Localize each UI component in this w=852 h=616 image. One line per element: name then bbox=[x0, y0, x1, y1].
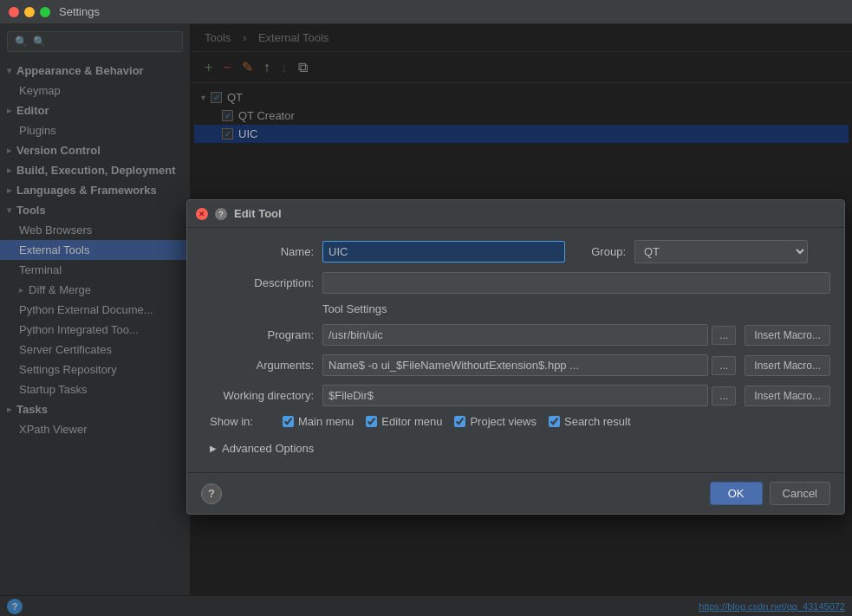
window-controls[interactable] bbox=[9, 7, 50, 17]
advanced-options-label: Advanced Options bbox=[222, 442, 314, 455]
show-project-views-text: Project views bbox=[470, 415, 537, 428]
show-project-views-checkbox[interactable] bbox=[454, 416, 465, 427]
advanced-options-row[interactable]: ▶ Advanced Options bbox=[201, 437, 830, 460]
working-dir-field: ... bbox=[322, 385, 736, 406]
maximize-button[interactable] bbox=[40, 7, 50, 17]
title-bar: Settings bbox=[0, 0, 852, 24]
show-editor-menu-label[interactable]: Editor menu bbox=[366, 415, 442, 428]
show-in-row: Show in: Main menu Editor menu Project v… bbox=[201, 415, 830, 428]
working-dir-label: Working directory: bbox=[201, 389, 314, 402]
window-title: Settings bbox=[59, 5, 100, 18]
description-row: Description: bbox=[201, 272, 830, 294]
description-input[interactable] bbox=[322, 272, 830, 294]
description-label: Description: bbox=[201, 276, 314, 289]
show-project-views-label[interactable]: Project views bbox=[454, 415, 537, 428]
program-dots-button[interactable]: ... bbox=[712, 326, 736, 345]
arguments-input[interactable] bbox=[322, 354, 708, 376]
insert-macro-2-button[interactable]: Insert Macro... bbox=[745, 355, 830, 376]
name-label: Name: bbox=[201, 245, 314, 258]
dialog-body: Name: Group: QT Description: Tool Settin… bbox=[187, 228, 844, 472]
show-editor-menu-checkbox[interactable] bbox=[366, 416, 377, 427]
working-dir-dots-button[interactable]: ... bbox=[712, 386, 736, 405]
show-search-result-label[interactable]: Search result bbox=[549, 415, 631, 428]
cancel-button[interactable]: Cancel bbox=[770, 482, 830, 505]
program-label: Program: bbox=[201, 328, 314, 341]
dialog-help-button[interactable]: ? bbox=[215, 208, 227, 220]
show-editor-menu-text: Editor menu bbox=[381, 415, 442, 428]
working-dir-row: Working directory: ... Insert Macro... bbox=[201, 385, 830, 406]
show-in-label: Show in: bbox=[210, 415, 270, 428]
insert-macro-3-button[interactable]: Insert Macro... bbox=[745, 386, 830, 406]
program-input[interactable] bbox=[322, 324, 708, 346]
show-main-menu-checkbox[interactable] bbox=[283, 416, 294, 427]
show-main-menu-text: Main menu bbox=[298, 415, 354, 428]
group-select[interactable]: QT bbox=[634, 240, 808, 263]
arguments-row: Arguments: ... Insert Macro... bbox=[201, 354, 830, 376]
show-search-result-text: Search result bbox=[564, 415, 631, 428]
minimize-button[interactable] bbox=[24, 7, 35, 17]
dialog-footer: ? OK Cancel bbox=[187, 472, 844, 514]
group-label: Group: bbox=[574, 245, 626, 258]
tool-settings-header: Tool Settings bbox=[322, 302, 830, 315]
show-search-result-checkbox[interactable] bbox=[549, 416, 560, 427]
arguments-field: ... bbox=[322, 354, 736, 376]
dialog-title-bar: ✕ ? Edit Tool bbox=[187, 200, 844, 228]
program-field: ... bbox=[322, 324, 736, 346]
edit-tool-dialog: ✕ ? Edit Tool Name: Group: QT Descriptio… bbox=[186, 199, 845, 515]
help-circle-button[interactable]: ? bbox=[201, 483, 222, 504]
arguments-dots-button[interactable]: ... bbox=[712, 356, 736, 375]
advanced-options-icon: ▶ bbox=[210, 444, 217, 453]
arguments-label: Arguments: bbox=[201, 359, 314, 372]
insert-macro-1-button[interactable]: Insert Macro... bbox=[745, 325, 830, 346]
ok-button[interactable]: OK bbox=[710, 482, 763, 505]
footer-buttons: OK Cancel bbox=[710, 482, 830, 505]
working-dir-input[interactable] bbox=[322, 385, 708, 406]
dialog-close-button[interactable]: ✕ bbox=[196, 208, 208, 220]
close-button[interactable] bbox=[9, 7, 19, 17]
program-row: Program: ... Insert Macro... bbox=[201, 324, 830, 346]
name-group-row: Name: Group: QT bbox=[201, 240, 830, 263]
name-input[interactable] bbox=[322, 241, 565, 263]
dialog-title: Edit Tool bbox=[234, 207, 282, 220]
show-main-menu-label[interactable]: Main menu bbox=[283, 415, 354, 428]
